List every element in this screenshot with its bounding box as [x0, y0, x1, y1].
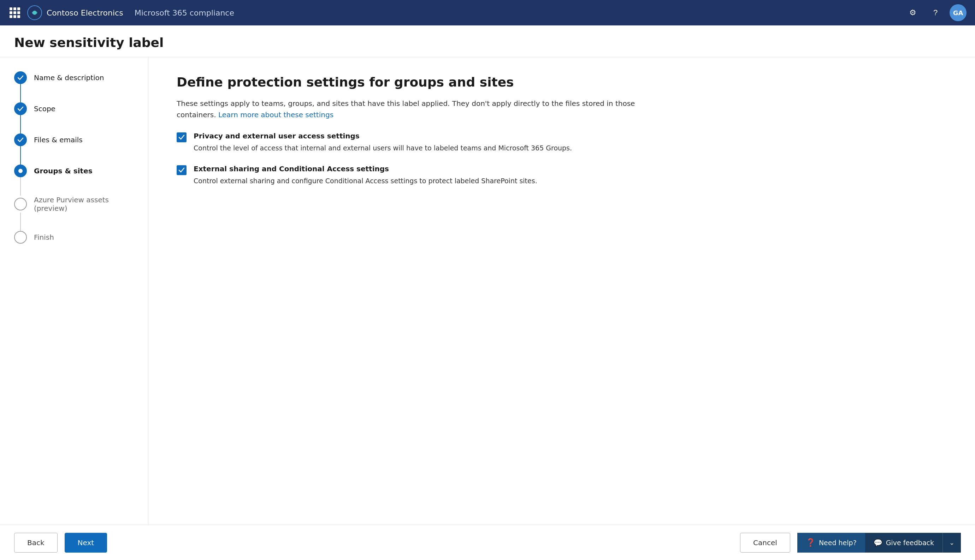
next-button[interactable]: Next [65, 533, 107, 553]
user-avatar[interactable]: GA [950, 4, 967, 21]
connector-1 [20, 84, 21, 102]
external-sharing-label: External sharing and Conditional Access … [194, 165, 537, 173]
connector-5 [20, 213, 21, 231]
privacy-label: Privacy and external user access setting… [194, 132, 572, 140]
step-label-finish: Finish [34, 233, 54, 242]
wizard-step-finish[interactable]: Finish [14, 231, 134, 243]
wizard-sidebar: Name & description Scope Files & emails … [0, 57, 149, 525]
privacy-description: Control the level of access that interna… [194, 143, 572, 153]
settings-button[interactable]: ⚙ [904, 4, 921, 21]
step-indicator-name-description [14, 71, 27, 84]
connector-3 [20, 146, 21, 165]
checkbox-section: Privacy and external user access setting… [177, 132, 947, 186]
panel-description: These settings apply to teams, groups, a… [177, 98, 671, 120]
feedback-icon: 💬 [874, 538, 882, 547]
feedback-group: ❓ Need help? 💬 Give feedback ⌄ [797, 533, 961, 553]
main-content: Name & description Scope Files & emails … [0, 57, 975, 525]
help-icon: ? [933, 8, 938, 17]
panel-heading: Define protection settings for groups an… [177, 75, 947, 89]
external-sharing-text-block: External sharing and Conditional Access … [194, 165, 537, 186]
step-label-files-emails: Files & emails [34, 136, 83, 144]
back-button[interactable]: Back [14, 533, 58, 553]
topnav-actions: ⚙ ? GA [904, 4, 967, 21]
footer-right-actions: Cancel ❓ Need help? 💬 Give feedback ⌄ [740, 533, 961, 553]
step-indicator-scope [14, 102, 27, 115]
step-label-name-description: Name & description [34, 73, 104, 82]
app-name: Contoso Electronics [47, 8, 123, 17]
app-logo[interactable]: Contoso Electronics [27, 5, 123, 20]
checkbox-item-privacy: Privacy and external user access setting… [177, 132, 947, 153]
top-navigation: Contoso Electronics Microsoft 365 compli… [0, 0, 975, 25]
step-label-scope: Scope [34, 105, 55, 113]
learn-more-link[interactable]: Learn more about these settings [218, 110, 334, 119]
footer: Back Next Cancel ❓ Need help? 💬 Give fee… [0, 525, 975, 560]
svg-point-1 [33, 11, 37, 15]
privacy-checkbox[interactable] [177, 132, 187, 142]
checkbox-item-external-sharing: External sharing and Conditional Access … [177, 165, 947, 186]
step-indicator-azure-purview [14, 198, 27, 210]
page-heading: New sensitivity label [14, 35, 961, 50]
wizard-step-groups-sites[interactable]: Groups & sites [14, 165, 134, 177]
wizard-step-scope[interactable]: Scope [14, 102, 134, 115]
page-header: New sensitivity label [0, 25, 975, 57]
connector-4 [20, 177, 21, 196]
chevron-down-icon: ⌄ [949, 539, 955, 547]
wizard-step-azure-purview[interactable]: Azure Purview assets (preview) [14, 196, 134, 213]
step-indicator-files-emails [14, 133, 27, 146]
step-label-groups-sites: Groups & sites [34, 167, 93, 175]
footer-left-actions: Back Next [14, 533, 107, 553]
privacy-text-block: Privacy and external user access setting… [194, 132, 572, 153]
need-help-button[interactable]: ❓ Need help? [797, 533, 865, 553]
step-indicator-groups-sites [14, 165, 27, 177]
help-circle-icon: ❓ [806, 538, 815, 547]
wizard-step-files-emails[interactable]: Files & emails [14, 133, 134, 146]
wizard-panel: Define protection settings for groups an… [149, 57, 975, 525]
cancel-button[interactable]: Cancel [740, 533, 790, 553]
external-sharing-description: Control external sharing and configure C… [194, 176, 537, 186]
connector-2 [20, 115, 21, 133]
give-feedback-button[interactable]: 💬 Give feedback [865, 533, 943, 553]
help-button[interactable]: ? [927, 4, 944, 21]
step-label-azure-purview: Azure Purview assets (preview) [34, 196, 134, 213]
settings-icon: ⚙ [909, 8, 917, 17]
waffle-menu-button[interactable] [8, 7, 21, 19]
external-sharing-checkbox[interactable] [177, 165, 187, 175]
page-title: Microsoft 365 compliance [135, 8, 234, 17]
wizard-step-name-description[interactable]: Name & description [14, 71, 134, 84]
step-indicator-finish [14, 231, 27, 243]
feedback-expand-button[interactable]: ⌄ [943, 533, 961, 553]
